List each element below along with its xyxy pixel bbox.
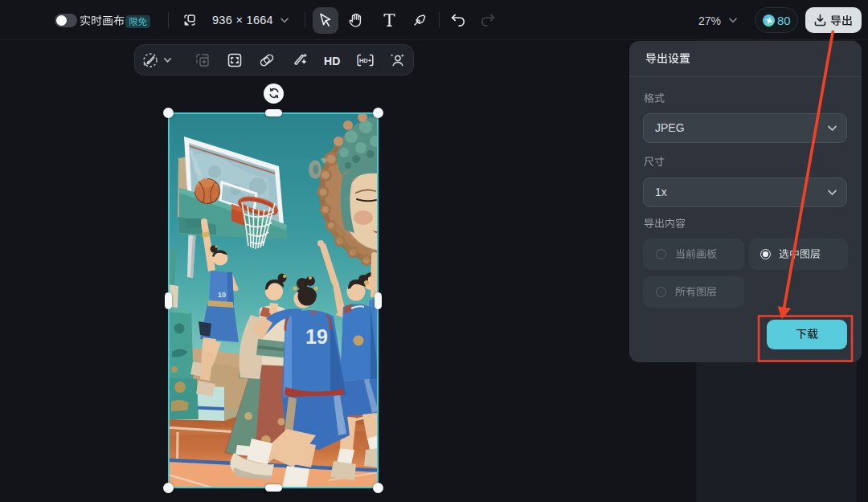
svg-text:19: 19 bbox=[305, 325, 328, 348]
svg-text:10: 10 bbox=[218, 291, 226, 299]
svg-text:HD+: HD+ bbox=[359, 57, 372, 64]
